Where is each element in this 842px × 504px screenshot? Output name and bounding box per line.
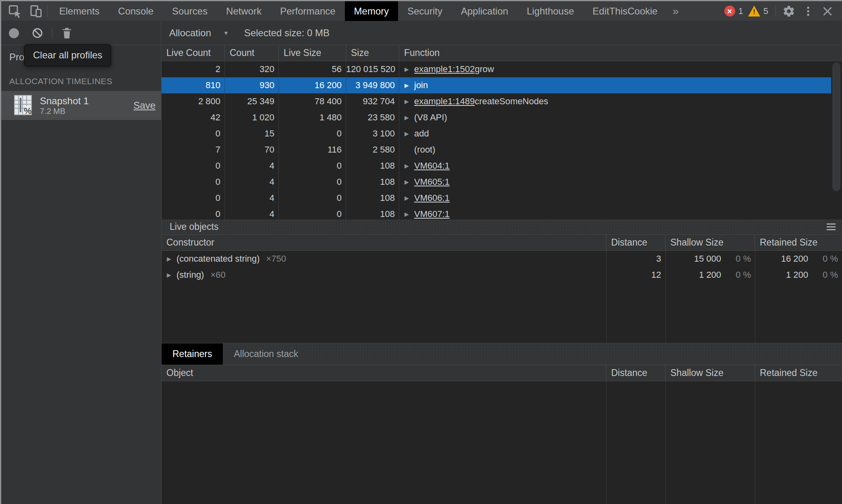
snapshot-list-item[interactable]: % Snapshot 1 7.2 MB Save bbox=[1, 91, 161, 120]
column-header-size[interactable]: Size bbox=[346, 45, 399, 61]
tab-elements[interactable]: Elements bbox=[50, 1, 109, 21]
allocation-row[interactable]: 421 0201 48023 580▶(V8 API) bbox=[162, 109, 831, 126]
disclosure-triangle-icon[interactable]: ▶ bbox=[404, 61, 414, 77]
allocation-row[interactable]: 7701162 580▶(root) bbox=[162, 142, 831, 158]
grid-cell-count: 4 bbox=[225, 206, 279, 219]
error-badge[interactable]: × 1 bbox=[724, 6, 743, 17]
column-header-distance[interactable]: Distance bbox=[606, 365, 666, 381]
column-header-shallow-size[interactable]: Shallow Size bbox=[666, 235, 755, 250]
retainers-header: Object Distance Shallow Size Retained Si… bbox=[162, 365, 842, 381]
function-cell: ▶join bbox=[399, 77, 831, 93]
disclosure-triangle-icon[interactable]: ▶ bbox=[167, 251, 176, 267]
column-header-constructor[interactable]: Constructor bbox=[162, 235, 606, 250]
delete-profile-icon[interactable] bbox=[58, 24, 76, 42]
tab-retainers[interactable]: Retainers bbox=[162, 343, 223, 365]
grid-cell-count: 1 020 bbox=[225, 109, 279, 126]
tab-memory[interactable]: Memory bbox=[345, 1, 398, 21]
allocation-row[interactable]: 040108▶VM605:1 bbox=[162, 174, 831, 190]
constructor-row[interactable]: ▶(concatenated string)×750315 0000 %16 2… bbox=[162, 251, 842, 267]
function-cell: ▶example1:1502grow bbox=[399, 61, 831, 77]
column-header-function[interactable]: Function bbox=[399, 45, 842, 61]
disclosure-triangle-icon[interactable]: ▶ bbox=[404, 126, 414, 142]
disclosure-triangle-icon[interactable]: ▶ bbox=[404, 77, 414, 93]
allocation-row[interactable]: 01503 100▶add bbox=[162, 126, 831, 142]
grid-cell-count: 4 bbox=[225, 174, 279, 190]
save-snapshot-link[interactable]: Save bbox=[133, 100, 156, 111]
source-link[interactable]: example1:1502 bbox=[414, 61, 475, 77]
grid-cell-live-size: 116 bbox=[279, 142, 346, 158]
record-heap-button[interactable] bbox=[9, 28, 19, 38]
column-header-retained-size[interactable]: Retained Size bbox=[755, 365, 842, 381]
memory-panel: Live Count Count Live Size Size Function… bbox=[162, 45, 842, 504]
tab-editthiscookie[interactable]: EditThisCookie bbox=[583, 1, 667, 21]
size-percent: 0 % bbox=[808, 251, 838, 267]
source-link[interactable]: VM605:1 bbox=[414, 174, 450, 190]
disclosure-triangle-icon[interactable]: ▶ bbox=[404, 174, 414, 190]
disclosure-triangle-icon[interactable]: ▶ bbox=[404, 158, 414, 174]
grid-cell-live-count: 0 bbox=[162, 126, 225, 142]
allocation-row[interactable]: 2 80025 34978 400932 704▶example1:1489cr… bbox=[162, 93, 831, 109]
disclosure-triangle-icon[interactable]: ▶ bbox=[404, 109, 414, 126]
function-cell: ▶VM607:1 bbox=[399, 206, 831, 219]
kebab-menu-icon[interactable] bbox=[799, 2, 817, 20]
function-cell: ▶VM606:1 bbox=[399, 190, 831, 206]
warning-badge[interactable]: ! 5 bbox=[748, 6, 768, 17]
more-tabs-button[interactable]: » bbox=[672, 5, 679, 18]
disclosure-triangle-icon[interactable]: ▶ bbox=[404, 93, 414, 109]
column-header-object[interactable]: Object bbox=[162, 365, 606, 381]
disclosure-triangle-icon[interactable]: ▶ bbox=[404, 206, 414, 219]
column-header-count[interactable]: Count bbox=[225, 45, 279, 61]
grid-cell-count: 320 bbox=[225, 61, 279, 77]
grid-cell-count: 4 bbox=[225, 190, 279, 206]
function-name: createSomeNodes bbox=[475, 93, 548, 109]
grid-cell-retained-size: 16 2000 % bbox=[755, 251, 842, 267]
perspective-select[interactable]: Allocation bbox=[169, 27, 211, 39]
source-link[interactable]: example1:1489 bbox=[414, 93, 475, 109]
tab-sources[interactable]: Sources bbox=[163, 1, 217, 21]
allocation-row[interactable]: 040108▶VM607:1 bbox=[162, 206, 831, 219]
source-link[interactable]: VM604:1 bbox=[414, 158, 450, 174]
column-header-retained-size[interactable]: Retained Size bbox=[755, 235, 842, 250]
column-header-live-size[interactable]: Live Size bbox=[279, 45, 346, 61]
column-header-live-count[interactable]: Live Count bbox=[162, 45, 225, 61]
tab-allocation-stack[interactable]: Allocation stack bbox=[223, 343, 309, 365]
vertical-scrollbar[interactable] bbox=[831, 61, 842, 219]
constructor-row[interactable]: ▶(string)×60121 2000 %1 2000 % bbox=[162, 267, 842, 283]
close-devtools-icon[interactable] bbox=[819, 2, 836, 20]
live-objects-title: Live objects bbox=[170, 221, 218, 232]
disclosure-triangle-icon[interactable]: ▶ bbox=[167, 267, 176, 283]
allocation-grid-header: Live Count Count Live Size Size Function bbox=[162, 45, 842, 61]
tab-performance[interactable]: Performance bbox=[271, 1, 344, 21]
tab-console[interactable]: Console bbox=[109, 1, 163, 21]
scrollbar-thumb[interactable] bbox=[832, 62, 840, 191]
instance-count: ×60 bbox=[210, 267, 225, 283]
inspect-element-icon[interactable] bbox=[6, 2, 24, 20]
function-cell: ▶VM604:1 bbox=[399, 158, 831, 174]
grid-cell-live-count: 0 bbox=[162, 206, 225, 219]
tab-application[interactable]: Application bbox=[452, 1, 517, 21]
column-header-shallow-size[interactable]: Shallow Size bbox=[666, 365, 755, 381]
allocation-row[interactable]: 232056120 015 520▶example1:1502grow bbox=[162, 61, 831, 77]
selected-size-label: Selected size: 0 MB bbox=[244, 27, 330, 39]
function-cell: ▶add bbox=[399, 126, 831, 142]
secondary-toolbar-row: Allocation ▼ Selected size: 0 MB bbox=[1, 21, 842, 45]
allocation-row[interactable]: 040108▶VM606:1 bbox=[162, 190, 831, 206]
device-toolbar-icon[interactable] bbox=[27, 2, 45, 20]
snapshot-text: Snapshot 1 7.2 MB bbox=[40, 95, 89, 116]
menu-icon[interactable] bbox=[827, 223, 836, 230]
clear-profiles-icon[interactable] bbox=[29, 24, 46, 42]
tab-network[interactable]: Network bbox=[217, 1, 271, 21]
grid-cell-count: 25 349 bbox=[225, 93, 279, 109]
live-objects-bar: Live objects bbox=[162, 219, 842, 235]
allocation-row[interactable]: 81093016 2003 949 800▶join bbox=[162, 77, 831, 93]
tab-lighthouse[interactable]: Lighthouse bbox=[517, 1, 583, 21]
allocation-row[interactable]: 040108▶VM604:1 bbox=[162, 158, 831, 174]
grid-cell-size: 23 580 bbox=[346, 109, 399, 126]
source-link[interactable]: VM607:1 bbox=[414, 206, 450, 219]
source-link[interactable]: VM606:1 bbox=[414, 190, 450, 206]
grid-cell-size: 108 bbox=[346, 206, 399, 219]
settings-gear-icon[interactable] bbox=[780, 2, 798, 20]
disclosure-triangle-icon[interactable]: ▶ bbox=[404, 190, 414, 206]
tab-security[interactable]: Security bbox=[398, 1, 452, 21]
column-header-distance[interactable]: Distance bbox=[606, 235, 666, 250]
